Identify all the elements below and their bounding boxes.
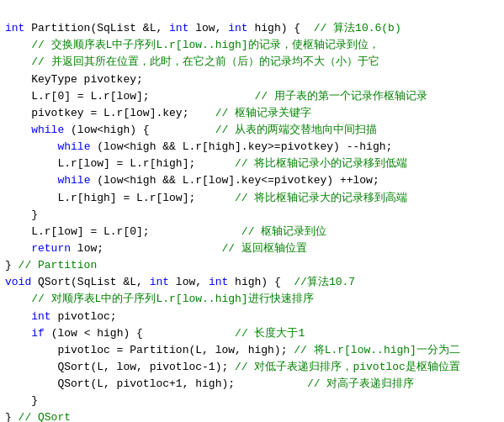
code-line: int Partition(SqList &L, int low, int hi… bbox=[5, 20, 499, 37]
comment: // 枢轴记录关键字 bbox=[215, 107, 311, 119]
comment: // 将比枢轴记录大的记录移到高端 bbox=[235, 192, 407, 204]
code-text bbox=[143, 327, 235, 340]
code-text: (low<high) { bbox=[64, 124, 149, 136]
code-text: } bbox=[5, 208, 38, 221]
code-text bbox=[5, 55, 31, 68]
code-line: if (low < high) { // 长度大于1 bbox=[5, 325, 499, 342]
code-line: // 并返回其所在位置，此时，在它之前（后）的记录均不大（小）于它 bbox=[5, 54, 499, 71]
code-line: L.r[low] = L.r[0]; // 枢轴记录到位 bbox=[5, 224, 499, 240]
code-text bbox=[235, 377, 307, 390]
comment: // QSort bbox=[19, 411, 71, 422]
code-text bbox=[5, 140, 57, 153]
code-line: QSort(L, pivotloc+1, high); // 对高子表递归排序 bbox=[5, 376, 499, 393]
keyword: while bbox=[57, 174, 90, 187]
code-line: // 交换顺序表L中子序列L.r[low..high]的记录，使枢轴记录到位， bbox=[5, 37, 499, 54]
code-text: } bbox=[5, 411, 19, 422]
code-line: // 对顺序表L中的子序列L.r[low..high]进行快速排序 bbox=[5, 291, 499, 308]
code-text: QSort(SqList &L, bbox=[31, 276, 149, 288]
code-text bbox=[5, 293, 31, 305]
code-text: L.r[high] = L.r[low]; bbox=[5, 192, 195, 204]
code-line: void QSort(SqList &L, int low, int high)… bbox=[5, 274, 499, 291]
code-text: L.r[low] = L.r[high]; bbox=[5, 157, 195, 170]
code-text: Partition(SqList &L, bbox=[24, 22, 169, 34]
code-line: } bbox=[5, 207, 499, 224]
code-line: } // QSort bbox=[5, 409, 499, 422]
code-text bbox=[5, 39, 31, 51]
comment: // 将L.r[low..high]一分为二 bbox=[294, 344, 460, 356]
code-text bbox=[5, 124, 31, 136]
code-text bbox=[5, 310, 31, 323]
code-line: KeyType pivotkey; bbox=[5, 71, 499, 88]
keyword: int bbox=[5, 22, 24, 34]
code-text: low, bbox=[169, 276, 209, 288]
comment: // 并返回其所在位置，此时，在它之前（后）的记录均不大（小）于它 bbox=[31, 55, 379, 68]
keyword: int bbox=[209, 276, 228, 288]
code-line: while (low<high) { // 从表的两端交替地向中间扫描 bbox=[5, 122, 499, 139]
code-text bbox=[5, 327, 31, 340]
code-text: (low<high && L.r[high].key>=pivotkey) --… bbox=[90, 140, 392, 153]
code-text: high) { bbox=[248, 22, 314, 34]
comment: //算法10.7 bbox=[294, 276, 355, 288]
code-text bbox=[150, 90, 255, 103]
code-text bbox=[5, 174, 57, 187]
code-text: QSort(L, pivotloc+1, high); bbox=[5, 377, 235, 390]
code-line: while (low<high && L.r[high].key>=pivotk… bbox=[5, 139, 499, 156]
code-text: KeyType pivotkey; bbox=[5, 73, 143, 86]
comment: // 对低子表递归排序，pivotloc是枢轴位置 bbox=[235, 361, 460, 373]
keyword: while bbox=[57, 140, 90, 153]
comment: // 返回枢轴位置 bbox=[221, 242, 306, 255]
code-text bbox=[5, 242, 31, 255]
code-line: int pivotloc; bbox=[5, 309, 499, 325]
comment: // 长度大于1 bbox=[235, 327, 305, 340]
code-text: low; bbox=[71, 242, 103, 255]
code-editor: int Partition(SqList &L, int low, int hi… bbox=[0, 0, 504, 422]
code-line: return low; // 返回枢轴位置 bbox=[5, 240, 499, 257]
keyword: while bbox=[31, 124, 64, 136]
comment: // 将比枢轴记录小的记录移到低端 bbox=[235, 157, 407, 170]
keyword: if bbox=[31, 327, 45, 340]
keyword: int bbox=[31, 310, 50, 323]
comment: // 算法10.6(b) bbox=[314, 22, 401, 34]
code-text bbox=[103, 242, 221, 255]
code-text bbox=[150, 124, 215, 136]
code-text: L.r[0] = L.r[low]; bbox=[5, 90, 150, 103]
code-text: (low < high) { bbox=[45, 327, 143, 340]
code-line: } // Partition bbox=[5, 257, 499, 274]
comment: // 交换顺序表L中子序列L.r[low..high]的记录，使枢轴记录到位， bbox=[31, 39, 379, 51]
code-line: while (low<high && L.r[low].key<=pivotke… bbox=[5, 172, 499, 189]
code-line: L.r[0] = L.r[low]; // 用子表的第一个记录作枢轴记录 bbox=[5, 88, 499, 105]
keyword: return bbox=[31, 242, 71, 255]
keyword: void bbox=[5, 276, 31, 288]
keyword: int bbox=[228, 22, 247, 34]
code-text bbox=[195, 192, 235, 204]
comment: // 枢轴记录到位 bbox=[241, 225, 326, 238]
code-text: QSort(L, low, pivotloc-1); bbox=[5, 361, 235, 373]
code-line: L.r[high] = L.r[low]; // 将比枢轴记录大的记录移到高端 bbox=[5, 190, 499, 207]
code-text bbox=[195, 157, 235, 170]
code-text: low, bbox=[188, 22, 228, 34]
comment: // 用子表的第一个记录作枢轴记录 bbox=[254, 90, 427, 103]
code-text: } bbox=[5, 259, 19, 272]
comment: // 对顺序表L中的子序列L.r[low..high]进行快速排序 bbox=[31, 293, 313, 305]
code-text: high) { bbox=[228, 276, 294, 288]
code-text: pivotloc = Partition(L, low, high); bbox=[5, 344, 294, 356]
code-text: pivotkey = L.r[low].key; bbox=[5, 107, 188, 119]
code-text bbox=[188, 107, 215, 119]
code-text: pivotloc; bbox=[51, 310, 117, 323]
code-line: } bbox=[5, 393, 499, 409]
code-text: L.r[low] = L.r[0]; bbox=[5, 225, 150, 238]
code-line: pivotkey = L.r[low].key; // 枢轴记录关键字 bbox=[5, 105, 499, 122]
keyword: int bbox=[150, 276, 169, 288]
code-text: } bbox=[5, 394, 38, 407]
code-text: (low<high && L.r[low].key<=pivotkey) ++l… bbox=[90, 174, 379, 187]
code-text bbox=[150, 225, 241, 238]
comment: // 对高子表递归排序 bbox=[307, 377, 414, 390]
comment: // 从表的两端交替地向中间扫描 bbox=[215, 124, 377, 136]
code-line: L.r[low] = L.r[high]; // 将比枢轴记录小的记录移到低端 bbox=[5, 156, 499, 172]
code-line: QSort(L, low, pivotloc-1); // 对低子表递归排序，p… bbox=[5, 359, 499, 376]
keyword: int bbox=[169, 22, 188, 34]
comment: // Partition bbox=[19, 259, 98, 272]
code-line: pivotloc = Partition(L, low, high); // 将… bbox=[5, 342, 499, 359]
